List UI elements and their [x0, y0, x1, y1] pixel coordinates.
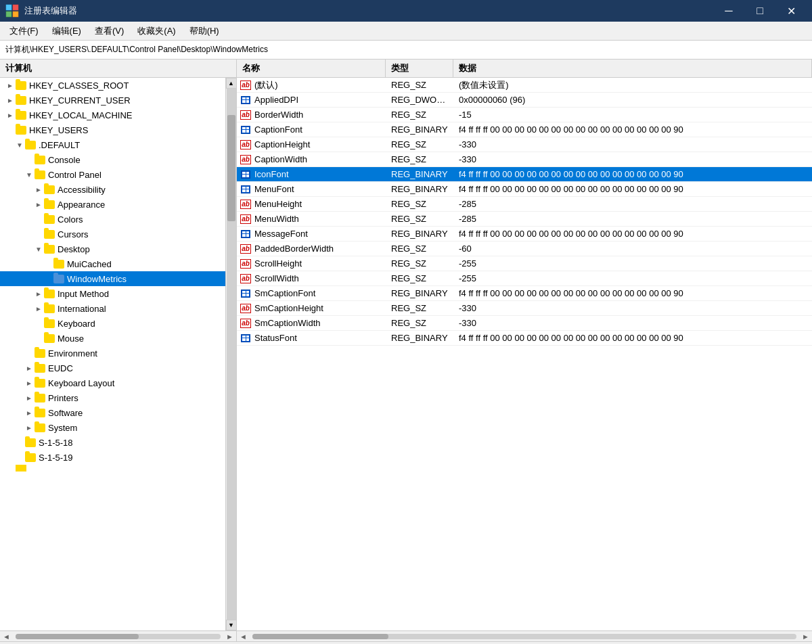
- close-button[interactable]: ✕: [775, 0, 807, 22]
- value-data-cell: -285: [453, 212, 812, 225]
- tree-item-windowmetrics[interactable]: ▶ WindowMetrics: [0, 271, 225, 286]
- tree-item-colors[interactable]: ▶ Colors: [0, 212, 225, 227]
- scroll-thumb[interactable]: [227, 115, 235, 221]
- value-name-text: ScrollHeight: [254, 258, 302, 269]
- tree-item-appearance[interactable]: ► Appearance: [0, 197, 225, 212]
- tree-item-partial[interactable]: [0, 465, 225, 472]
- arrow-hklm: ►: [5, 112, 15, 119]
- tree-item-keyboard[interactable]: ▶ Keyboard: [0, 316, 225, 331]
- menu-item-H[interactable]: 帮助(H): [183, 22, 226, 40]
- reg-type-icon: ab: [240, 214, 252, 225]
- tree-item-printers[interactable]: ► Printers: [0, 390, 225, 405]
- tree-item-ctrlpanel[interactable]: ▼ Control Panel: [0, 167, 225, 182]
- value-row[interactable]: abCaptionHeightREG_SZ-330: [237, 137, 812, 152]
- value-row[interactable]: SmCaptionFontREG_BINARYf4 ff ff ff 00 00…: [237, 286, 812, 301]
- folder-icon-mouse: [43, 333, 55, 344]
- value-row[interactable]: IconFontREG_BINARYf4 ff ff ff 00 00 00 0…: [237, 167, 812, 182]
- tree-content[interactable]: ► HKEY_CLASSES_ROOT ► HKEY_CURRENT_USER …: [0, 78, 225, 630]
- tree-item-inputmethod[interactable]: ► Input Method: [0, 286, 225, 301]
- value-row[interactable]: abScrollWidthREG_SZ-255: [237, 271, 812, 286]
- tree-item-eudc[interactable]: ► EUDC: [0, 361, 225, 375]
- h-scrollbar-thumb-left[interactable]: [16, 634, 139, 639]
- value-row[interactable]: abCaptionWidthREG_SZ-330: [237, 152, 812, 167]
- arrow-desktop: ▼: [34, 246, 43, 253]
- folder-icon-partial: [15, 465, 27, 472]
- tree-item-console[interactable]: ▶ Console: [0, 152, 225, 167]
- value-row[interactable]: abMenuWidthREG_SZ-285: [237, 212, 812, 227]
- value-name-cell: SmCaptionFont: [237, 287, 386, 300]
- tree-item-hkcr[interactable]: ► HKEY_CLASSES_ROOT: [0, 78, 225, 93]
- folder-icon-international: [43, 303, 55, 314]
- h-scrollbar-thumb-right[interactable]: [252, 634, 388, 639]
- value-row[interactable]: abPaddedBorderWidthREG_SZ-60: [237, 242, 812, 256]
- tree-item-desktop[interactable]: ▼ Desktop: [0, 242, 225, 256]
- value-row[interactable]: CaptionFontREG_BINARYf4 ff ff ff 00 00 0…: [237, 122, 812, 137]
- maximize-button[interactable]: □: [744, 0, 775, 22]
- value-row[interactable]: abSmCaptionHeightREG_SZ-330: [237, 301, 812, 316]
- h-scroll-left[interactable]: ◄ ►: [0, 631, 237, 641]
- tree-item-hku[interactable]: ► HKEY_USERS: [0, 122, 225, 137]
- arrow-appearance: ►: [34, 201, 43, 208]
- tree-item-cursors[interactable]: ▶ Cursors: [0, 227, 225, 242]
- value-row[interactable]: StatusFontREG_BINARYf4 ff ff ff 00 00 00…: [237, 331, 812, 346]
- value-row[interactable]: abScrollHeightREG_SZ-255: [237, 256, 812, 271]
- arrow-default: ▼: [15, 141, 24, 149]
- tree-item-hkcu[interactable]: ► HKEY_CURRENT_USER: [0, 93, 225, 108]
- value-name-text: StatusFont: [254, 333, 297, 343]
- tree-item-s1518[interactable]: ▶ S-1-5-18: [0, 435, 225, 450]
- value-type-cell: REG_BINARY: [386, 123, 453, 136]
- value-data-cell: 0x00000060 (96): [453, 93, 812, 106]
- tree-item-muicached[interactable]: ▶ MuiCached: [0, 256, 225, 271]
- value-data-cell: -285: [453, 198, 812, 210]
- tree-item-software[interactable]: ► Software: [0, 405, 225, 420]
- folder-icon-eudc: [34, 363, 46, 373]
- h-scroll-area[interactable]: ◄ ► ◄ ►: [0, 630, 812, 641]
- value-row[interactable]: MessageFontREG_BINARYf4 ff ff ff 00 00 0…: [237, 227, 812, 242]
- h-scroll-right[interactable]: ◄ ►: [237, 631, 812, 641]
- tree-vscrollbar[interactable]: ▲ ▼: [225, 78, 236, 630]
- tree-item-keyboardlayout[interactable]: ► Keyboard Layout: [0, 375, 225, 390]
- h-scrollbar-track-left[interactable]: [16, 634, 221, 639]
- tree-item-mouse[interactable]: ▶ Mouse: [0, 331, 225, 346]
- scroll-down-btn[interactable]: ▼: [226, 620, 237, 630]
- value-row[interactable]: AppliedDPIREG_DWORD0x00000060 (96): [237, 93, 812, 108]
- label-keyboardlayout: Keyboard Layout: [48, 378, 114, 388]
- minimize-button[interactable]: ─: [713, 0, 744, 22]
- address-bar: 计算机\HKEY_USERS\.DEFAULT\Control Panel\De…: [0, 41, 812, 60]
- tree-item-international[interactable]: ► International: [0, 301, 225, 316]
- value-row[interactable]: abMenuHeightREG_SZ-285: [237, 197, 812, 212]
- value-name-cell: MenuFont: [237, 183, 386, 196]
- menu-item-E[interactable]: 编辑(E): [45, 22, 88, 40]
- tree-item-system[interactable]: ► System: [0, 420, 225, 435]
- value-row[interactable]: MenuFontREG_BINARYf4 ff ff ff 00 00 00 0…: [237, 182, 812, 197]
- scroll-up-btn[interactable]: ▲: [226, 78, 237, 89]
- folder-icon-ctrlpanel: [34, 169, 46, 180]
- value-type-cell: REG_SZ: [386, 302, 453, 315]
- menu-item-A[interactable]: 收藏夹(A): [131, 22, 182, 40]
- label-appearance: Appearance: [58, 200, 105, 210]
- tree-item-default[interactable]: ▼ .DEFAULT: [0, 137, 225, 152]
- value-row[interactable]: abBorderWidthREG_SZ-15: [237, 108, 812, 122]
- value-type-cell: REG_BINARY: [386, 168, 453, 181]
- value-row[interactable]: ab(默认)REG_SZ(数值未设置): [237, 78, 812, 93]
- tree-item-environment[interactable]: ▶ Environment: [0, 346, 225, 361]
- svg-rect-3: [13, 12, 18, 17]
- reg-type-icon: [240, 184, 252, 195]
- value-name-cell: abMenuWidth: [237, 212, 386, 226]
- h-scrollbar-track-right[interactable]: [252, 634, 796, 639]
- arrow-international: ►: [34, 305, 43, 313]
- reg-type-icon: ab: [240, 139, 252, 150]
- tree-item-s1519[interactable]: ▶ S-1-5-19: [0, 450, 225, 465]
- tree-item-accessibility[interactable]: ► Accessibility: [0, 182, 225, 197]
- tree-item-hklm[interactable]: ► HKEY_LOCAL_MACHINE: [0, 108, 225, 122]
- menu-item-V[interactable]: 查看(V): [88, 22, 131, 40]
- label-console: Console: [48, 155, 81, 165]
- value-name-text: CaptionWidth: [254, 154, 307, 164]
- scroll-track[interactable]: [227, 89, 236, 620]
- reg-type-icon: ab: [240, 244, 252, 254]
- value-name-text: MenuHeight: [254, 199, 302, 209]
- folder-icon-cursors: [43, 229, 55, 239]
- value-name-cell: AppliedDPI: [237, 93, 386, 107]
- menu-item-F[interactable]: 文件(F): [3, 22, 45, 40]
- value-row[interactable]: abSmCaptionWidthREG_SZ-330: [237, 316, 812, 331]
